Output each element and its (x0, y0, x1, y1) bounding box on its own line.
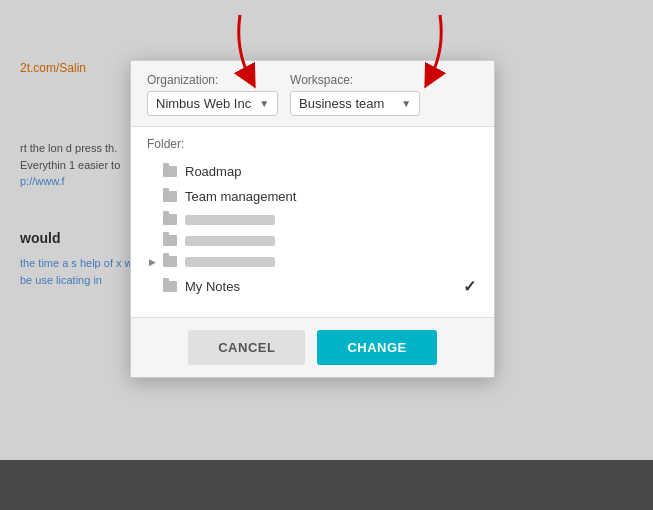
list-item[interactable] (147, 230, 478, 251)
cancel-button[interactable]: CANCEL (188, 330, 305, 365)
folder-icon (163, 191, 177, 202)
folder-name: Roadmap (185, 164, 241, 179)
list-item[interactable]: Roadmap (147, 159, 478, 184)
list-item[interactable] (147, 209, 478, 230)
workspace-chevron-down-icon: ▼ (401, 98, 411, 109)
org-chevron-down-icon: ▼ (259, 98, 269, 109)
expand-arrow-icon[interactable]: ▶ (149, 257, 159, 267)
dialog-header: Organization: Nimbus Web Inc ▼ Workspace… (131, 61, 494, 127)
folder-name-blurred (185, 236, 275, 246)
change-workspace-dialog: Organization: Nimbus Web Inc ▼ Workspace… (130, 60, 495, 378)
org-select-group: Organization: Nimbus Web Inc ▼ (147, 73, 278, 116)
org-label: Organization: (147, 73, 278, 87)
workspace-label: Workspace: (290, 73, 420, 87)
folder-name: Team management (185, 189, 296, 204)
list-item[interactable]: My Notes ✓ (147, 272, 478, 301)
folder-icon (163, 281, 177, 292)
list-item[interactable]: Team management (147, 184, 478, 209)
folder-label: Folder: (147, 137, 478, 151)
list-item[interactable]: ▶ (147, 251, 478, 272)
folder-icon (163, 256, 177, 267)
folder-list: Roadmap Team management (147, 159, 478, 301)
folder-name-blurred (185, 215, 275, 225)
folder-icon (163, 214, 177, 225)
workspace-value: Business team (299, 96, 384, 111)
org-dropdown[interactable]: Nimbus Web Inc ▼ (147, 91, 278, 116)
folder-name-blurred (185, 257, 275, 267)
folder-icon (163, 166, 177, 177)
selects-row: Organization: Nimbus Web Inc ▼ Workspace… (147, 73, 478, 116)
workspace-dropdown[interactable]: Business team ▼ (290, 91, 420, 116)
selected-checkmark-icon: ✓ (463, 277, 476, 296)
workspace-select-group: Workspace: Business team ▼ (290, 73, 420, 116)
dialog-footer: CANCEL CHANGE (131, 317, 494, 377)
org-value: Nimbus Web Inc (156, 96, 251, 111)
dialog-body: Folder: Roadmap Team management (131, 127, 494, 317)
change-button[interactable]: CHANGE (317, 330, 436, 365)
folder-name: My Notes (185, 279, 240, 294)
folder-icon (163, 235, 177, 246)
